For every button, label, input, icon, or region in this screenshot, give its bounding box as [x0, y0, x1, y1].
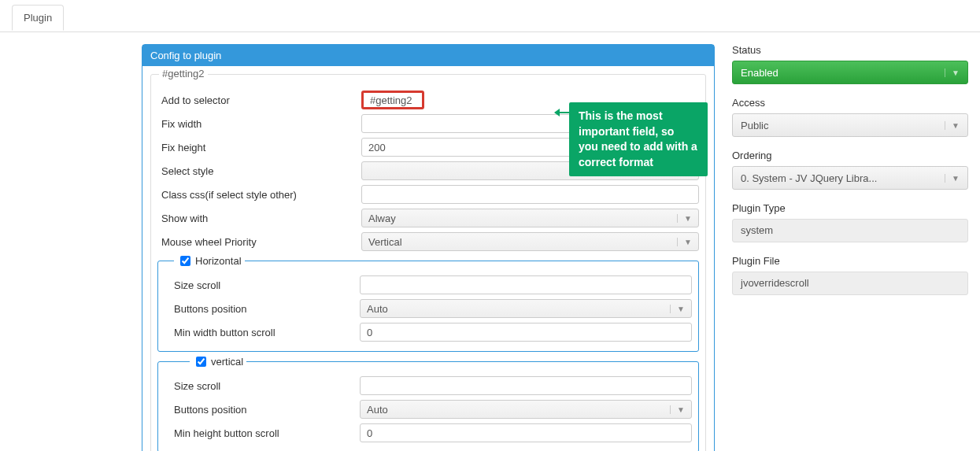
- vertical-legend: vertical: [211, 356, 243, 368]
- mouse-wheel-dropdown[interactable]: Vertical ▼: [361, 232, 699, 251]
- h-btnpos-dropdown[interactable]: Auto ▼: [360, 299, 692, 318]
- chevron-down-icon: ▼: [670, 305, 685, 313]
- v-btnpos-dropdown[interactable]: Auto ▼: [360, 400, 692, 419]
- chevron-down-icon: ▼: [945, 121, 960, 130]
- plugin-type-value: system: [732, 219, 968, 242]
- h-btnpos-label: Buttons position: [165, 303, 360, 315]
- v-size-label: Size scroll: [165, 380, 360, 392]
- class-css-input[interactable]: [361, 185, 699, 204]
- chevron-down-icon: ▼: [670, 405, 685, 414]
- show-with-dropdown[interactable]: Alway ▼: [361, 209, 699, 227]
- horizontal-fieldset: Horizontal Size scroll Buttons position: [157, 261, 699, 352]
- status-label: Status: [732, 44, 968, 56]
- ordering-dropdown[interactable]: 0. System - JV JQuery Libra... ▼: [732, 166, 968, 190]
- plugin-file-value: jvoverridescroll: [732, 272, 968, 295]
- status-value: Enabled: [741, 67, 778, 79]
- selector-callout: This is the most important field, so you…: [569, 102, 708, 176]
- tab-plugin[interactable]: Plugin: [12, 5, 64, 31]
- h-minw-input[interactable]: [360, 323, 692, 342]
- ordering-value: 0. System - JV JQuery Libra...: [741, 172, 877, 184]
- show-with-label: Show with: [157, 213, 358, 224]
- vertical-fieldset: vertical Size scroll Buttons position: [157, 361, 699, 451]
- selector-label: Add to selector: [157, 94, 358, 106]
- callout-line: This is the most important field, so: [579, 109, 698, 139]
- chevron-down-icon: ▼: [677, 238, 692, 246]
- selector-input[interactable]: [361, 91, 424, 109]
- ordering-label: Ordering: [732, 150, 968, 161]
- v-btnpos-value: Auto: [367, 404, 388, 416]
- callout-line: you need to add with a correct format: [579, 139, 698, 170]
- class-css-label: Class css(if select style other): [157, 189, 358, 201]
- fix-height-label: Fix height: [157, 142, 358, 153]
- h-minw-label: Min width button scroll: [165, 327, 360, 338]
- status-dropdown[interactable]: Enabled ▼: [732, 61, 968, 84]
- horizontal-checkbox[interactable]: [180, 256, 190, 266]
- instance-title: #getting2: [159, 68, 208, 79]
- v-minh-label: Min height button scroll: [165, 427, 360, 439]
- h-size-input[interactable]: [360, 275, 692, 294]
- h-btnpos-value: Auto: [367, 303, 388, 315]
- v-minh-input[interactable]: [360, 423, 692, 442]
- access-value: Public: [741, 120, 768, 131]
- panel-title: Config to plugin: [142, 45, 714, 66]
- config-panel: Config to plugin This is the most import…: [142, 44, 715, 451]
- plugin-type-label: Plugin Type: [732, 202, 968, 214]
- mouse-wheel-value: Vertical: [368, 236, 402, 248]
- chevron-down-icon: ▼: [677, 214, 692, 223]
- access-dropdown[interactable]: Public ▼: [732, 113, 968, 137]
- h-size-label: Size scroll: [165, 279, 360, 291]
- access-label: Access: [732, 97, 968, 109]
- horizontal-legend: Horizontal: [195, 255, 242, 267]
- vertical-checkbox[interactable]: [196, 357, 206, 367]
- v-size-input[interactable]: [360, 376, 692, 395]
- fix-width-label: Fix width: [157, 118, 358, 130]
- chevron-down-icon: ▼: [945, 174, 960, 183]
- chevron-down-icon: ▼: [945, 68, 960, 77]
- mouse-wheel-label: Mouse wheel Priority: [157, 236, 358, 248]
- select-style-label: Select style: [157, 165, 358, 177]
- v-btnpos-label: Buttons position: [165, 404, 360, 416]
- plugin-file-label: Plugin File: [732, 255, 968, 267]
- show-with-value: Alway: [368, 213, 396, 224]
